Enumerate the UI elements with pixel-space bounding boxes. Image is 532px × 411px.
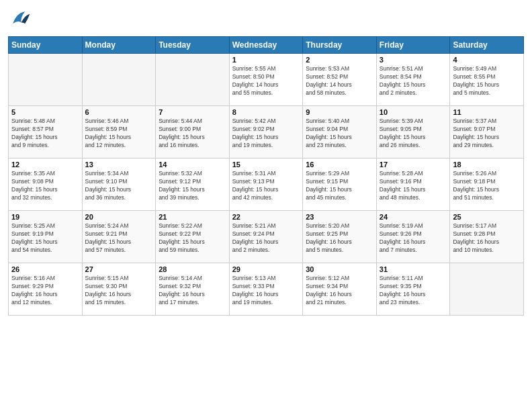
logo-bird-icon <box>8 7 32 31</box>
day-info: Sunrise: 5:13 AM Sunset: 9:33 PM Dayligh… <box>232 275 300 307</box>
day-number: 27 <box>85 265 153 273</box>
calendar-day-cell: 30Sunrise: 5:12 AM Sunset: 9:34 PM Dayli… <box>303 263 377 316</box>
calendar-day-cell <box>156 54 230 106</box>
day-info: Sunrise: 5:22 AM Sunset: 9:22 PM Dayligh… <box>159 222 226 255</box>
day-info: Sunrise: 5:26 AM Sunset: 9:18 PM Dayligh… <box>453 170 521 202</box>
day-number: 19 <box>11 213 79 221</box>
calendar-day-cell: 6Sunrise: 5:46 AM Sunset: 8:59 PM Daylig… <box>82 106 156 158</box>
calendar-day-cell: 7Sunrise: 5:44 AM Sunset: 9:00 PM Daylig… <box>156 106 230 158</box>
header <box>8 7 524 31</box>
day-info: Sunrise: 5:48 AM Sunset: 8:57 PM Dayligh… <box>11 118 79 150</box>
calendar-day-cell: 22Sunrise: 5:21 AM Sunset: 9:24 PM Dayli… <box>229 211 303 263</box>
weekday-header-wednesday: Wednesday <box>229 37 303 54</box>
day-info: Sunrise: 5:31 AM Sunset: 9:13 PM Dayligh… <box>232 170 300 202</box>
day-number: 11 <box>453 108 521 116</box>
day-number: 12 <box>11 161 79 169</box>
day-number: 21 <box>159 213 226 221</box>
calendar-day-cell: 9Sunrise: 5:40 AM Sunset: 9:04 PM Daylig… <box>303 106 377 158</box>
day-number: 25 <box>453 213 521 221</box>
day-info: Sunrise: 5:40 AM Sunset: 9:04 PM Dayligh… <box>306 118 373 150</box>
calendar-day-cell: 1Sunrise: 5:55 AM Sunset: 8:50 PM Daylig… <box>229 54 303 106</box>
calendar-day-cell: 4Sunrise: 5:49 AM Sunset: 8:55 PM Daylig… <box>450 54 524 106</box>
day-number: 20 <box>85 213 153 221</box>
day-number: 7 <box>159 108 226 116</box>
weekday-header-saturday: Saturday <box>450 37 524 54</box>
calendar-table: SundayMondayTuesdayWednesdayThursdayFrid… <box>8 36 524 316</box>
calendar-day-cell: 12Sunrise: 5:35 AM Sunset: 9:08 PM Dayli… <box>9 158 83 211</box>
day-number: 6 <box>85 108 153 116</box>
calendar-day-cell: 17Sunrise: 5:28 AM Sunset: 9:16 PM Dayli… <box>376 158 450 211</box>
day-info: Sunrise: 5:46 AM Sunset: 8:59 PM Dayligh… <box>85 118 153 150</box>
day-info: Sunrise: 5:34 AM Sunset: 9:10 PM Dayligh… <box>85 170 153 202</box>
day-number: 23 <box>306 213 373 221</box>
weekday-header-tuesday: Tuesday <box>156 37 230 54</box>
day-number: 22 <box>232 213 300 221</box>
day-info: Sunrise: 5:51 AM Sunset: 8:54 PM Dayligh… <box>380 65 447 97</box>
day-info: Sunrise: 5:44 AM Sunset: 9:00 PM Dayligh… <box>159 118 226 150</box>
calendar-week-1: 1Sunrise: 5:55 AM Sunset: 8:50 PM Daylig… <box>9 54 524 106</box>
calendar-day-cell: 15Sunrise: 5:31 AM Sunset: 9:13 PM Dayli… <box>229 158 303 211</box>
weekday-header-monday: Monday <box>82 37 156 54</box>
calendar-day-cell: 8Sunrise: 5:42 AM Sunset: 9:02 PM Daylig… <box>229 106 303 158</box>
day-number: 28 <box>159 265 226 273</box>
calendar-day-cell: 13Sunrise: 5:34 AM Sunset: 9:10 PM Dayli… <box>82 158 156 211</box>
day-info: Sunrise: 5:16 AM Sunset: 9:29 PM Dayligh… <box>11 275 79 307</box>
weekday-header-thursday: Thursday <box>303 37 377 54</box>
calendar-day-cell: 19Sunrise: 5:25 AM Sunset: 9:19 PM Dayli… <box>9 211 83 263</box>
calendar-day-cell: 26Sunrise: 5:16 AM Sunset: 9:29 PM Dayli… <box>9 263 83 316</box>
day-info: Sunrise: 5:11 AM Sunset: 9:35 PM Dayligh… <box>380 275 447 307</box>
weekday-header-friday: Friday <box>376 37 450 54</box>
day-number: 18 <box>453 161 521 169</box>
day-number: 26 <box>11 265 79 273</box>
day-info: Sunrise: 5:15 AM Sunset: 9:30 PM Dayligh… <box>85 275 153 307</box>
day-info: Sunrise: 5:42 AM Sunset: 9:02 PM Dayligh… <box>232 118 300 150</box>
day-number: 10 <box>380 108 447 116</box>
day-info: Sunrise: 5:12 AM Sunset: 9:34 PM Dayligh… <box>306 275 373 307</box>
day-info: Sunrise: 5:32 AM Sunset: 9:12 PM Dayligh… <box>159 170 226 202</box>
calendar-day-cell <box>9 54 83 106</box>
day-info: Sunrise: 5:24 AM Sunset: 9:21 PM Dayligh… <box>85 222 153 255</box>
calendar-day-cell <box>450 263 524 316</box>
day-number: 14 <box>159 161 226 169</box>
day-number: 3 <box>380 56 447 64</box>
calendar-week-2: 5Sunrise: 5:48 AM Sunset: 8:57 PM Daylig… <box>9 106 524 158</box>
weekday-header-row: SundayMondayTuesdayWednesdayThursdayFrid… <box>9 37 524 54</box>
day-info: Sunrise: 5:55 AM Sunset: 8:50 PM Dayligh… <box>232 65 300 97</box>
day-info: Sunrise: 5:25 AM Sunset: 9:19 PM Dayligh… <box>11 222 79 255</box>
day-info: Sunrise: 5:17 AM Sunset: 9:28 PM Dayligh… <box>453 222 521 255</box>
page-container: SundayMondayTuesdayWednesdayThursdayFrid… <box>0 0 532 321</box>
day-number: 2 <box>306 56 373 64</box>
day-number: 1 <box>232 56 300 64</box>
logo <box>8 7 36 31</box>
calendar-day-cell: 14Sunrise: 5:32 AM Sunset: 9:12 PM Dayli… <box>156 158 230 211</box>
calendar-week-5: 26Sunrise: 5:16 AM Sunset: 9:29 PM Dayli… <box>9 263 524 316</box>
day-number: 29 <box>232 265 300 273</box>
calendar-day-cell: 2Sunrise: 5:53 AM Sunset: 8:52 PM Daylig… <box>303 54 377 106</box>
day-info: Sunrise: 5:28 AM Sunset: 9:16 PM Dayligh… <box>380 170 447 202</box>
day-info: Sunrise: 5:53 AM Sunset: 8:52 PM Dayligh… <box>306 65 373 97</box>
day-info: Sunrise: 5:21 AM Sunset: 9:24 PM Dayligh… <box>232 222 300 255</box>
calendar-day-cell: 10Sunrise: 5:39 AM Sunset: 9:05 PM Dayli… <box>376 106 450 158</box>
calendar-day-cell: 29Sunrise: 5:13 AM Sunset: 9:33 PM Dayli… <box>229 263 303 316</box>
calendar-day-cell: 25Sunrise: 5:17 AM Sunset: 9:28 PM Dayli… <box>450 211 524 263</box>
day-info: Sunrise: 5:37 AM Sunset: 9:07 PM Dayligh… <box>453 118 521 150</box>
day-info: Sunrise: 5:49 AM Sunset: 8:55 PM Dayligh… <box>453 65 521 97</box>
day-info: Sunrise: 5:29 AM Sunset: 9:15 PM Dayligh… <box>306 170 373 202</box>
calendar-week-4: 19Sunrise: 5:25 AM Sunset: 9:19 PM Dayli… <box>9 211 524 263</box>
calendar-day-cell: 24Sunrise: 5:19 AM Sunset: 9:26 PM Dayli… <box>376 211 450 263</box>
calendar-day-cell: 21Sunrise: 5:22 AM Sunset: 9:22 PM Dayli… <box>156 211 230 263</box>
day-info: Sunrise: 5:35 AM Sunset: 9:08 PM Dayligh… <box>11 170 79 202</box>
day-number: 13 <box>85 161 153 169</box>
calendar-day-cell: 18Sunrise: 5:26 AM Sunset: 9:18 PM Dayli… <box>450 158 524 211</box>
calendar-day-cell: 23Sunrise: 5:20 AM Sunset: 9:25 PM Dayli… <box>303 211 377 263</box>
calendar-week-3: 12Sunrise: 5:35 AM Sunset: 9:08 PM Dayli… <box>9 158 524 211</box>
day-number: 4 <box>453 56 521 64</box>
day-number: 24 <box>380 213 447 221</box>
day-number: 30 <box>306 265 373 273</box>
day-number: 16 <box>306 161 373 169</box>
calendar-day-cell: 27Sunrise: 5:15 AM Sunset: 9:30 PM Dayli… <box>82 263 156 316</box>
day-info: Sunrise: 5:19 AM Sunset: 9:26 PM Dayligh… <box>380 222 447 255</box>
day-number: 17 <box>380 161 447 169</box>
calendar-day-cell <box>82 54 156 106</box>
weekday-header-sunday: Sunday <box>9 37 83 54</box>
